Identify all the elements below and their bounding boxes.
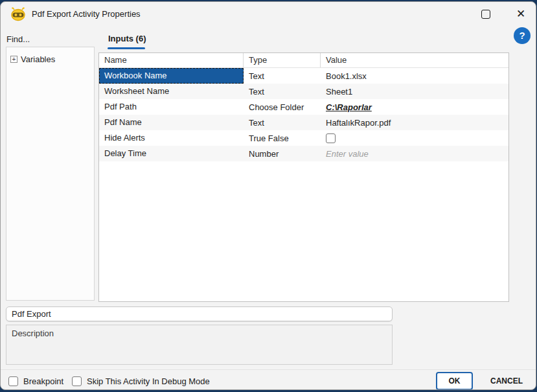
breakpoint-checkbox[interactable] — [8, 376, 18, 386]
skip-debug-label: Skip This Activity In Debug Mode — [87, 376, 210, 386]
table-row[interactable]: Hide Alerts True False — [99, 130, 508, 146]
tree-item-variables[interactable]: + Variables — [10, 54, 94, 64]
table-row[interactable]: Worksheet Name Text Sheet1 — [99, 84, 508, 99]
table-row[interactable]: Delay Time Number Enter value — [99, 146, 508, 161]
footer-divider — [1, 369, 536, 370]
inputs-grid: Name Type Value Workbook Name Text Book1… — [98, 52, 509, 302]
cell-value-input[interactable]: Book1.xlsx — [321, 71, 508, 81]
help-icon[interactable]: ? — [514, 27, 531, 44]
window-title: Pdf Export Activity Properties — [32, 9, 141, 19]
table-row[interactable]: Workbook Name Text Book1.xlsx — [99, 68, 508, 84]
grid-header: Name Type Value — [99, 53, 508, 68]
skip-debug-checkbox[interactable] — [72, 376, 82, 386]
column-header-name[interactable]: Name — [99, 53, 244, 67]
description-textarea[interactable]: Description — [6, 325, 393, 365]
properties-dialog: Pdf Export Activity Properties ✕ Find...… — [0, 1, 536, 390]
column-header-value[interactable]: Value — [321, 53, 508, 67]
cancel-button[interactable]: CANCEL — [483, 372, 531, 390]
cell-name[interactable]: Worksheet Name — [99, 84, 244, 99]
column-header-type[interactable]: Type — [244, 53, 321, 67]
table-row[interactable]: Pdf Name Text HaftalıkRapor.pdf — [99, 115, 508, 130]
cell-value-input[interactable]: HaftalıkRapor.pdf — [321, 118, 508, 128]
cell-type: Choose Folder — [244, 102, 321, 112]
tree-item-label: Variables — [21, 54, 55, 64]
tab-active-underline — [108, 47, 145, 49]
cell-type: Text — [244, 118, 321, 128]
cell-value-input[interactable]: Sheet1 — [321, 87, 508, 97]
tab-inputs[interactable]: Inputs (6) — [108, 34, 146, 43]
cell-name-selected[interactable]: Workbook Name — [99, 68, 244, 84]
maximize-button[interactable] — [481, 10, 490, 19]
title-bar: Pdf Export Activity Properties ✕ — [1, 2, 536, 27]
expand-plus-icon[interactable]: + — [10, 56, 17, 63]
cell-name[interactable]: Pdf Name — [99, 115, 244, 130]
activity-name-input[interactable] — [6, 306, 393, 321]
cell-name[interactable]: Hide Alerts — [99, 130, 244, 146]
table-row[interactable]: Pdf Path Choose Folder C:\Raporlar — [99, 99, 508, 115]
breakpoint-label: Breakpoint — [23, 376, 63, 386]
hide-alerts-checkbox[interactable] — [326, 133, 336, 143]
find-input[interactable]: Find... — [6, 34, 30, 44]
cell-name[interactable]: Pdf Path — [99, 99, 244, 115]
cell-value-folder-link[interactable]: C:\Raporlar — [326, 102, 372, 112]
close-button[interactable]: ✕ — [514, 6, 528, 22]
robot-bee-icon — [10, 7, 26, 21]
cell-value-empty-input[interactable]: Enter value — [326, 149, 369, 159]
variables-tree: + Variables — [6, 47, 95, 301]
cell-name[interactable]: Delay Time — [99, 146, 244, 161]
cell-type: True False — [244, 133, 321, 143]
cell-type: Number — [244, 149, 321, 159]
cell-type: Text — [244, 71, 321, 81]
cell-type: Text — [244, 87, 321, 97]
ok-button[interactable]: OK — [436, 372, 473, 390]
